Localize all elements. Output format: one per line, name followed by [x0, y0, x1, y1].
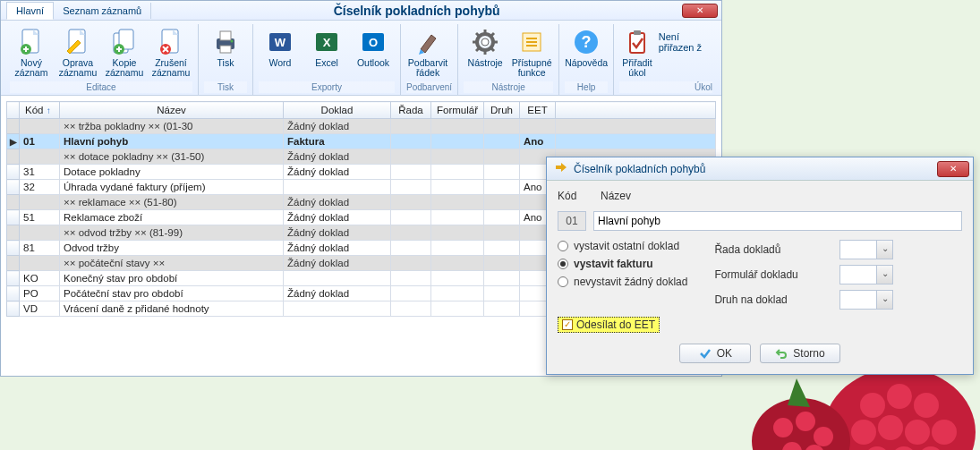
series-label: Řada dokladů: [714, 243, 780, 256]
list-icon: [517, 28, 546, 56]
eet-checkbox[interactable]: ✓ Odesílat do EET: [558, 317, 660, 333]
radio-other-doc[interactable]: vystavit ostatní doklad: [558, 240, 687, 252]
chevron-down-icon[interactable]: ⌄: [876, 266, 892, 284]
table-row[interactable]: ▶01Hlavní pohybFakturaAno: [7, 134, 716, 149]
col-form[interactable]: Formulář: [431, 102, 484, 119]
tools-button[interactable]: Nástroje: [464, 26, 507, 80]
arrows-icon: [554, 162, 568, 176]
code-label: Kód: [558, 190, 593, 202]
edit-record-button[interactable]: Oprava záznamu: [56, 26, 99, 80]
form-label: Formulář dokladu: [714, 268, 797, 281]
chevron-down-icon[interactable]: ⌄: [876, 291, 892, 309]
table-row[interactable]: ×× tržba pokladny ×× (01-30Žádný doklad: [7, 119, 716, 134]
type-label: Druh na doklad: [714, 293, 787, 306]
help-icon: ?: [572, 28, 601, 56]
col-type[interactable]: Druh: [484, 102, 520, 119]
svg-line-43: [490, 33, 494, 37]
delete-record-button[interactable]: Zrušení záznamu: [149, 26, 192, 80]
ribbon: Nový záznam Oprava záznamu Kopie záznamu…: [1, 21, 721, 96]
new-record-button[interactable]: Nový záznam: [10, 26, 53, 80]
document-plus-icon: [17, 28, 46, 56]
svg-point-28: [231, 40, 234, 43]
svg-line-44: [476, 47, 480, 51]
tab-list[interactable]: Seznam záznamů: [54, 3, 151, 19]
highlight-row-button[interactable]: Podbarvit řádek: [406, 26, 449, 80]
code-field: [558, 211, 586, 231]
tab-main[interactable]: Hlavní: [6, 2, 54, 20]
window-title: Číselník pokladních pohybů: [151, 4, 682, 18]
clipboard-icon: [623, 28, 652, 56]
svg-line-42: [490, 47, 494, 51]
gear-icon: [471, 28, 499, 56]
name-field[interactable]: [593, 211, 962, 231]
series-combo[interactable]: ⌄: [839, 240, 893, 259]
chevron-down-icon[interactable]: ⌄: [876, 241, 892, 259]
excel-icon: X: [312, 28, 341, 56]
functions-button[interactable]: Přístupné funkce: [510, 26, 553, 80]
help-button[interactable]: ? Nápověda: [565, 26, 608, 80]
type-combo[interactable]: ⌄: [839, 290, 893, 310]
check-icon: [699, 347, 712, 360]
undo-icon: [775, 347, 788, 360]
sort-asc-icon: ↑: [47, 106, 51, 115]
col-code[interactable]: Kód ↑: [20, 102, 60, 119]
close-button[interactable]: ✕: [682, 4, 718, 18]
document-pencil-icon: [64, 28, 92, 56]
form-combo[interactable]: ⌄: [839, 265, 893, 284]
cancel-button[interactable]: Storno: [760, 344, 839, 363]
dialog-title-bar: Číselník pokladních pohybů ✕: [547, 157, 973, 181]
svg-text:?: ?: [582, 33, 592, 51]
printer-icon: [211, 28, 240, 56]
col-series[interactable]: Řada: [391, 102, 431, 119]
dialog-close-button[interactable]: ✕: [937, 161, 969, 177]
col-eet[interactable]: EET: [520, 102, 556, 119]
assign-task-button[interactable]: Přiřadit úkol: [619, 26, 655, 80]
word-export-button[interactable]: W Word: [259, 26, 302, 80]
radio-none[interactable]: nevystavit žádný doklad: [558, 276, 687, 288]
ok-button[interactable]: OK: [679, 344, 751, 363]
outlook-export-button[interactable]: O Outlook: [352, 26, 395, 80]
row-selector-header[interactable]: [7, 102, 20, 119]
col-name[interactable]: Název: [60, 102, 284, 119]
dialog-title: Číselník pokladních pohybů: [574, 163, 937, 175]
radio-invoice[interactable]: vystavit fakturu: [558, 258, 687, 270]
svg-rect-27: [220, 46, 231, 53]
svg-rect-52: [634, 30, 641, 35]
paintbrush-icon: [413, 28, 442, 56]
document-copy-icon: [110, 28, 139, 56]
svg-rect-26: [220, 31, 231, 40]
svg-text:X: X: [323, 36, 331, 49]
svg-line-41: [476, 33, 480, 37]
col-doc[interactable]: Doklad: [284, 102, 391, 119]
edit-dialog: Číselník pokladních pohybů ✕ Kód Název v…: [546, 157, 974, 375]
task-status: Není přiřazen ž: [659, 26, 712, 80]
name-label: Název: [601, 190, 631, 202]
svg-rect-51: [630, 33, 644, 53]
excel-export-button[interactable]: X Excel: [305, 26, 348, 80]
document-delete-icon: [157, 28, 185, 56]
print-button[interactable]: Tisk: [204, 26, 247, 80]
svg-text:W: W: [275, 36, 286, 49]
copy-record-button[interactable]: Kopie záznamu: [103, 26, 146, 80]
svg-text:O: O: [369, 36, 378, 49]
checkbox-icon: ✓: [562, 319, 573, 330]
col-spacer: [556, 102, 716, 119]
title-bar: Hlavní Seznam záznamů Číselník pokladníc…: [1, 1, 721, 21]
outlook-icon: O: [359, 28, 388, 56]
word-icon: W: [266, 28, 294, 56]
svg-point-36: [481, 38, 489, 46]
